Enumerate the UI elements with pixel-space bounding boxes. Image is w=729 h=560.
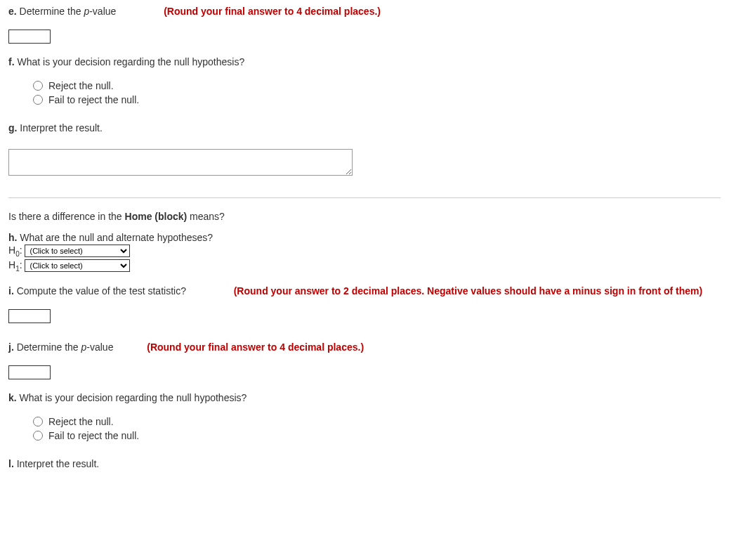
textarea-g[interactable] [8, 149, 353, 176]
h1-row: H1: (Click to select) [8, 259, 721, 273]
text-l: Interpret the result. [17, 458, 100, 469]
text-h: What are the null and alternate hypothes… [20, 232, 213, 243]
divider [8, 197, 721, 198]
radio-k-reject[interactable] [33, 417, 43, 426]
question-e: e. Determine the p-value (Round your fin… [8, 6, 721, 17]
question-f: f. What is your decision regarding the n… [8, 56, 721, 67]
text-g: Interpret the result. [20, 122, 103, 134]
h0-row: H0: (Click to select) [8, 245, 721, 258]
radio-label-k-1: Fail to reject the null. [48, 430, 139, 441]
question-h: h. What are the null and alternate hypot… [8, 232, 721, 243]
input-i-statistic[interactable] [8, 309, 51, 323]
input-e-pvalue[interactable] [8, 30, 51, 44]
hint-j: (Round your final answer to 4 decimal pl… [147, 341, 364, 353]
radio-label-f-1: Fail to reject the null. [48, 94, 139, 105]
radio-f-reject[interactable] [33, 81, 43, 91]
radio-label-f-0: Reject the null. [48, 80, 114, 91]
h1-label: H [8, 259, 15, 271]
text-k: What is your decision regarding the null… [20, 392, 247, 403]
text-j-1: Determine the [17, 341, 81, 353]
intro-bold: Home (block) [125, 211, 188, 222]
text-e-1: Determine the [20, 6, 84, 17]
label-i: i. [8, 285, 14, 297]
text-i: Compute the value of the test statistic? [17, 285, 186, 297]
label-g: g. [8, 122, 17, 134]
label-f: f. [8, 56, 15, 67]
select-h0[interactable]: (Click to select) [25, 245, 130, 257]
h0-sub: 0 [15, 250, 20, 258]
label-e: e. [8, 6, 17, 17]
text-e-2: -value [89, 6, 116, 17]
question-j: j. Determine the p-value (Round your fin… [8, 341, 721, 353]
question-g: g. Interpret the result. [8, 122, 721, 134]
h1-sub: 1 [15, 265, 20, 273]
radio-group-k: Reject the null. Fail to reject the null… [33, 416, 721, 441]
label-l: l. [8, 458, 14, 469]
text-j-2: -value [86, 341, 113, 353]
label-h: h. [8, 232, 17, 243]
radio-row-k-1: Fail to reject the null. [33, 430, 721, 441]
radio-row-f-0: Reject the null. [33, 80, 721, 91]
radio-label-k-0: Reject the null. [48, 416, 114, 427]
radio-k-fail[interactable] [33, 431, 43, 441]
hint-i: (Round your answer to 2 decimal places. … [234, 285, 702, 297]
radio-row-k-0: Reject the null. [33, 416, 721, 427]
h0-label: H [8, 245, 15, 256]
intro-text-2: means? [187, 211, 225, 222]
input-j-pvalue[interactable] [8, 365, 51, 379]
radio-f-fail[interactable] [33, 95, 43, 105]
question-l: l. Interpret the result. [8, 458, 721, 469]
select-h1[interactable]: (Click to select) [25, 259, 130, 272]
question-k: k. What is your decision regarding the n… [8, 392, 721, 403]
label-k: k. [8, 392, 17, 403]
intro-text-1: Is there a difference in the [8, 211, 125, 222]
hint-e: (Round your final answer to 4 decimal pl… [164, 6, 381, 17]
label-j: j. [8, 341, 14, 353]
question-i: i. Compute the value of the test statist… [8, 285, 721, 297]
text-f: What is your decision regarding the null… [17, 56, 244, 67]
radio-group-f: Reject the null. Fail to reject the null… [33, 80, 721, 105]
section2-intro: Is there a difference in the Home (block… [8, 211, 721, 222]
radio-row-f-1: Fail to reject the null. [33, 94, 721, 105]
